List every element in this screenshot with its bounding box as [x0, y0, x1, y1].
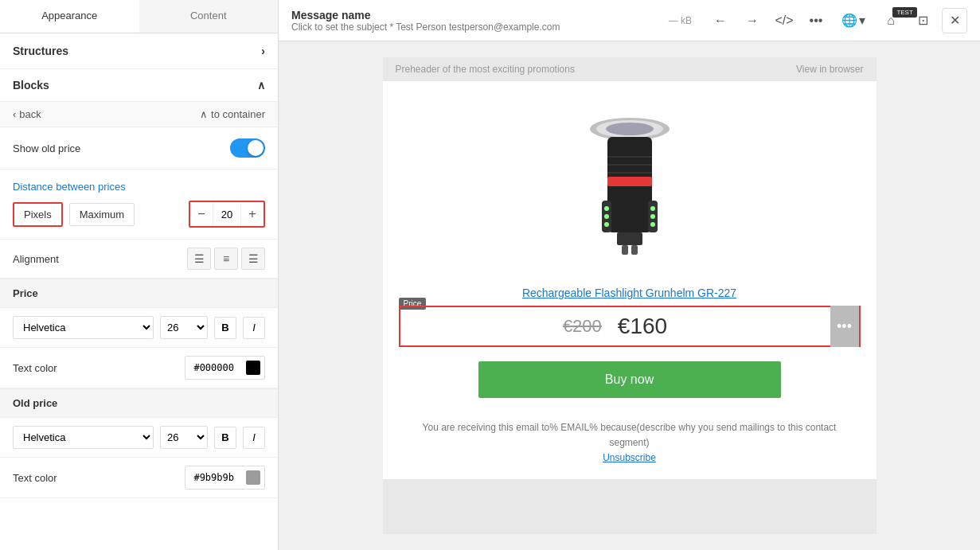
buy-now-button[interactable]: Buy now	[478, 361, 781, 398]
product-image-area	[383, 81, 877, 280]
svg-point-7	[604, 206, 609, 211]
show-old-price-toggle[interactable]	[230, 138, 265, 158]
back-label: back	[19, 108, 41, 120]
globe-icon: 🌐	[841, 13, 857, 28]
price-font-family-select[interactable]: Helvetica	[13, 316, 154, 339]
alignment-row: Alignment ☰ ≡ ☰	[0, 240, 278, 279]
code-button[interactable]: </>	[771, 8, 797, 33]
maximum-button[interactable]: Maximum	[69, 203, 135, 226]
align-left-button[interactable]: ☰	[187, 248, 211, 270]
settings-area: Show old price Distance between prices P…	[0, 127, 278, 550]
redo-button[interactable]: →	[740, 8, 765, 33]
price-bold-button[interactable]: B	[214, 317, 236, 339]
undo-button[interactable]: ←	[708, 8, 733, 33]
preheader-text: Preheader of the most exciting promotion…	[396, 64, 575, 75]
to-container-label: to container	[211, 108, 265, 120]
close-button[interactable]: ✕	[942, 8, 967, 33]
footer-text: You are receiving this email to% EMAIL% …	[415, 420, 845, 451]
price-italic-button[interactable]: I	[243, 317, 265, 339]
product-title-link[interactable]: Rechargeable Flashlight Grunhelm GR-227	[522, 287, 736, 299]
old-price-color-value: #9b9b9b	[185, 468, 242, 487]
unsubscribe-link[interactable]: Unsubscribe	[603, 452, 656, 463]
distance-value-input[interactable]	[213, 202, 241, 226]
recipient-text: * Test Person testperson@example.com	[389, 21, 560, 33]
structures-label: Structures	[13, 45, 68, 57]
svg-point-2	[606, 123, 654, 135]
product-title-area: Rechargeable Flashlight Grunhelm GR-227	[383, 280, 877, 306]
svg-point-9	[604, 222, 609, 227]
old-price-text-color-label: Text color	[13, 472, 57, 484]
up-arrow-icon: ∧	[200, 108, 208, 120]
distance-controls: Pixels Maximum − +	[13, 201, 265, 228]
price-block-wrapper: Price €200 €160 •••	[383, 306, 877, 355]
svg-rect-4	[607, 177, 652, 186]
message-name: Message name	[291, 9, 659, 21]
price-color-value: #000000	[185, 358, 242, 377]
back-arrow-icon: ‹	[13, 108, 16, 120]
old-price-color-preview	[246, 470, 260, 485]
test-badge: TEST	[892, 7, 916, 18]
chevron-right-icon: ›	[261, 45, 265, 57]
price-more-button[interactable]: •••	[830, 306, 859, 347]
right-panel: Message name Click to set the subject * …	[279, 0, 980, 550]
old-price-italic-button[interactable]: I	[243, 427, 265, 449]
number-control: − +	[189, 201, 265, 228]
decrease-button[interactable]: −	[190, 202, 213, 226]
old-price-font-row: Helvetica 26 B I	[0, 418, 278, 458]
svg-point-12	[650, 222, 655, 227]
flashlight-image	[558, 97, 701, 272]
to-container-button[interactable]: ∧ to container	[200, 108, 265, 120]
distance-section: Distance between prices Pixels Maximum −…	[0, 170, 278, 240]
structures-section[interactable]: Structures ›	[0, 33, 278, 69]
blocks-header[interactable]: Blocks ∧	[0, 69, 278, 101]
svg-point-8	[604, 214, 609, 219]
old-price: €200	[563, 316, 602, 337]
pixels-button[interactable]: Pixels	[13, 202, 63, 227]
toolbar-icons: ← → </> ••• 🌐 ▾ ⌂ TEST ⊡ ✕	[708, 8, 967, 33]
chevron-down-icon: ∧	[257, 79, 265, 92]
old-price-font-family-select[interactable]: Helvetica	[13, 426, 154, 449]
show-old-price-label: Show old price	[13, 142, 80, 154]
left-panel: Appearance Content Structures › Blocks ∧…	[0, 0, 279, 550]
svg-point-11	[650, 214, 655, 219]
more-options-button[interactable]: •••	[803, 8, 829, 33]
email-container: Preheader of the most exciting promotion…	[383, 57, 877, 534]
preview-area: Preheader of the most exciting promotion…	[279, 41, 980, 550]
distance-label: Distance between prices	[13, 181, 265, 193]
email-header-bar: Preheader of the most exciting promotion…	[383, 57, 877, 81]
old-price-font-size-select[interactable]: 26	[160, 426, 208, 449]
price-font-size-select[interactable]: 26	[160, 316, 208, 339]
old-price-color-picker[interactable]: #9b9b9b	[185, 466, 265, 490]
language-button[interactable]: 🌐 ▾	[835, 10, 872, 31]
svg-rect-14	[622, 245, 628, 255]
click-subject[interactable]: Click to set the subject	[291, 21, 387, 33]
svg-rect-13	[617, 232, 642, 245]
old-price-bold-button[interactable]: B	[214, 427, 236, 449]
home-button[interactable]: ⌂ TEST	[878, 8, 904, 33]
email-footer: You are receiving this email to% EMAIL% …	[383, 408, 877, 479]
alignment-label: Alignment	[13, 253, 59, 265]
alignment-buttons: ☰ ≡ ☰	[187, 248, 265, 270]
toolbar: Message name Click to set the subject * …	[279, 0, 980, 41]
tab-appearance[interactable]: Appearance	[0, 0, 139, 33]
align-center-button[interactable]: ≡	[214, 248, 238, 270]
price-subsection-header: Price	[0, 279, 278, 308]
increase-button[interactable]: +	[241, 202, 264, 226]
price-text-color-label: Text color	[13, 362, 57, 374]
view-in-browser-link[interactable]: View in browser	[796, 64, 863, 75]
blocks-label: Blocks	[13, 79, 49, 92]
align-right-button[interactable]: ☰	[241, 248, 265, 270]
tab-content[interactable]: Content	[139, 0, 279, 33]
old-price-color-row: Text color #9b9b9b	[0, 458, 278, 498]
new-price: €160	[618, 314, 667, 339]
message-subject: Click to set the subject * Test Person t…	[291, 21, 659, 33]
price-inner: €200 €160	[400, 314, 830, 339]
chevron-down-icon: ▾	[859, 13, 865, 28]
old-price-subsection-header: Old price	[0, 388, 278, 418]
back-button[interactable]: ‹ back	[13, 108, 41, 120]
price-color-swatch	[242, 357, 264, 379]
nav-row: ‹ back ∧ to container	[0, 102, 278, 127]
price-color-picker[interactable]: #000000	[185, 356, 265, 380]
show-old-price-row: Show old price	[0, 127, 278, 170]
price-color-row: Text color #000000	[0, 348, 278, 388]
